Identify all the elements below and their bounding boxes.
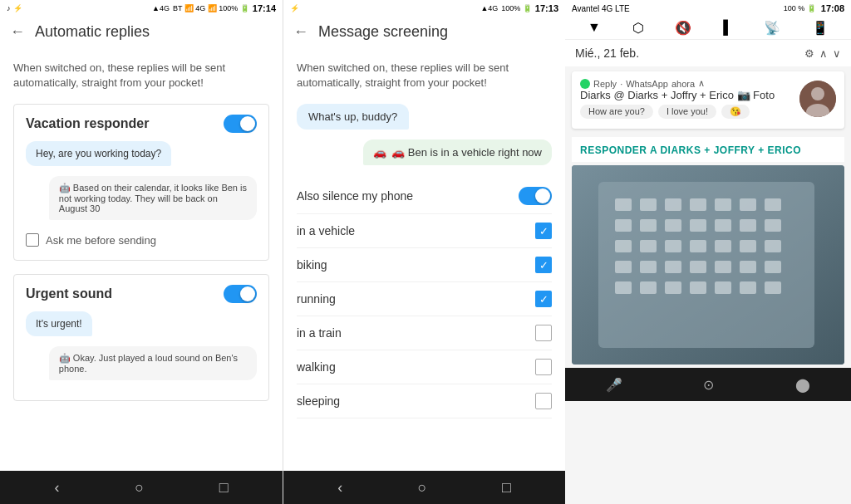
urgent-toggle[interactable]	[224, 285, 257, 303]
back-button-1[interactable]: ←	[10, 23, 25, 41]
screening-item[interactable]: in a train	[297, 316, 552, 350]
notif-time: ahora	[671, 79, 695, 89]
camera-icon[interactable]: ⬤	[795, 377, 810, 393]
svg-rect-32	[765, 261, 781, 273]
screening-item[interactable]: in a vehicle✓	[297, 214, 552, 248]
message-screening-panel: ⚡ ▲4G 100% 🔋 17:13 ← Message screening W…	[283, 0, 565, 504]
vacation-toggle[interactable]	[224, 115, 257, 133]
svg-rect-26	[615, 261, 632, 273]
expand-icon[interactable]: ∨	[833, 47, 841, 60]
svg-rect-15	[690, 219, 706, 232]
mic-icon[interactable]: 🎤	[606, 377, 622, 393]
notif-icon-row: ▼ ⬡ 🔇 ▌ 📡 📱	[565, 17, 851, 40]
collapse-icon[interactable]: ∧	[819, 47, 828, 60]
urgent-received-row: 🤖 Okay. Just played a loud sound on Ben'…	[26, 346, 257, 387]
back-nav-btn[interactable]: ‹	[54, 479, 59, 497]
svg-point-1	[811, 87, 824, 100]
sent-bubble-row: Hey, are you working today?	[26, 141, 257, 173]
notif-chip[interactable]: I love you!	[658, 105, 716, 119]
ask-before-sending-row[interactable]: Ask me before sending	[26, 230, 257, 250]
screening-checkbox[interactable]	[535, 393, 552, 409]
screening-item-label: walking	[297, 360, 336, 374]
signal-icon: ▲4G	[152, 4, 170, 12]
svg-rect-9	[715, 198, 731, 211]
svg-rect-11	[765, 198, 781, 211]
user-bubble-row: What's up, buddy?	[297, 104, 552, 136]
screening-item[interactable]: running✓	[297, 282, 552, 316]
screening-item[interactable]: sleeping	[297, 384, 552, 418]
settings-icon[interactable]: ⚙	[804, 47, 814, 60]
notif-image: BORRAR TODO	[572, 165, 844, 365]
recents-nav-btn[interactable]: □	[219, 479, 229, 497]
screening-checkbox[interactable]	[535, 325, 552, 341]
notif-chip[interactable]: 😘	[721, 105, 750, 119]
back-button-2[interactable]: ←	[293, 23, 308, 41]
ask-before-label: Ask me before sending	[46, 234, 156, 247]
svg-rect-38	[740, 281, 756, 294]
ask-before-checkbox[interactable]	[26, 233, 39, 247]
svg-rect-22	[690, 240, 706, 252]
svg-rect-37	[715, 281, 731, 294]
status-right-2: ▲4G 100% 🔋 17:13	[480, 3, 558, 13]
svg-rect-12	[615, 219, 632, 232]
page-title-1: Automatic replies	[35, 23, 150, 41]
vacation-card: Vacation responder Hey, are you working …	[13, 104, 269, 261]
battery-2: 100% 🔋	[501, 4, 532, 12]
home-nav-btn-2[interactable]: ○	[418, 479, 427, 497]
silence-toggle[interactable]	[519, 187, 552, 205]
svg-rect-27	[640, 261, 657, 273]
time-display-3: 17:08	[821, 3, 844, 13]
description-1: When switched on, these replies will be …	[13, 61, 269, 91]
user-bubble: What's up, buddy?	[297, 104, 409, 130]
screening-checkbox[interactable]: ✓	[535, 223, 552, 239]
svg-rect-16	[715, 219, 731, 232]
notif-status-bar: Avantel 4G LTE 100 % 🔋 17:08	[565, 0, 851, 17]
svg-rect-7	[665, 198, 681, 211]
toolbar-2: ← Message screening	[283, 17, 565, 47]
svg-rect-20	[640, 240, 657, 252]
notif-chip[interactable]: How are you?	[580, 105, 653, 119]
toolbar-1: ← Automatic replies	[0, 17, 283, 47]
bluetooth-icon: ⚡	[13, 4, 22, 12]
notif-action-bar: RESPONDER A DIARKS + JOFFRY + ERICO	[572, 137, 844, 162]
screening-item[interactable]: walking	[297, 350, 552, 384]
urgent-card: Urgent sound It's urgent! 🤖 Okay. Just p…	[13, 274, 269, 401]
time-display-2: 17:13	[535, 3, 558, 13]
svg-rect-10	[740, 198, 756, 211]
screening-checkbox[interactable]: ✓	[535, 291, 552, 307]
screening-checkbox[interactable]	[535, 359, 552, 375]
fingerprint-icon[interactable]: ⊙	[703, 377, 714, 393]
bot-bubble: 🚗 🚗 Ben is in a vehicle right now	[363, 139, 552, 165]
screening-item[interactable]: biking✓	[297, 248, 552, 282]
description-2: When switched on, these replies will be …	[297, 61, 552, 91]
screening-checkbox[interactable]: ✓	[535, 257, 552, 273]
notif-status-right: 100 % 🔋 17:08	[784, 3, 844, 13]
carrier-text: Avantel 4G LTE	[572, 4, 630, 13]
notif-card-header: Reply · WhatsApp ahora ∧ Diarks @ Diarks…	[580, 78, 836, 119]
back-nav-btn-2[interactable]: ‹	[337, 479, 342, 497]
notif-app-row: Reply · WhatsApp ahora ∧	[580, 78, 799, 89]
notif-date-row: Mié., 21 feb. ⚙ ∧ ∨	[565, 40, 851, 66]
notif-chevron[interactable]: ∧	[698, 78, 705, 89]
screening-item-label: in a train	[297, 326, 342, 340]
svg-rect-33	[615, 281, 632, 294]
reply-action[interactable]: RESPONDER A DIARKS + JOFFRY + ERICO	[580, 144, 801, 156]
screening-item-label: biking	[297, 258, 327, 272]
screening-item-label: sleeping	[297, 394, 340, 408]
recents-nav-btn-2[interactable]: □	[502, 479, 511, 497]
home-nav-btn[interactable]: ○	[135, 479, 144, 497]
music-icon: ♪	[7, 4, 11, 12]
wifi-icon: ▼	[588, 20, 601, 36]
status-bar-1: ♪ ⚡ ▲4G BT 📶 4G 📶 100% 🔋 17:14	[0, 0, 283, 17]
silence-toggle-row[interactable]: Also silence my phone	[297, 179, 552, 214]
battery-text: BT 📶 4G 📶 100% 🔋	[173, 4, 249, 12]
automatic-replies-panel: ♪ ⚡ ▲4G BT 📶 4G 📶 100% 🔋 17:14 ← Automat…	[0, 0, 283, 504]
svg-rect-29	[690, 261, 706, 273]
screening-item-label: running	[297, 292, 336, 306]
phone-icon: ▌	[723, 20, 732, 36]
silence-label: Also silence my phone	[297, 189, 413, 203]
content-2: When switched on, these replies will be …	[283, 47, 565, 471]
bottom-nav-2: ‹ ○ □	[283, 471, 565, 504]
notif-header-icons: ⚙ ∧ ∨	[804, 47, 841, 60]
notification-card: Reply · WhatsApp ahora ∧ Diarks @ Diarks…	[572, 71, 844, 129]
